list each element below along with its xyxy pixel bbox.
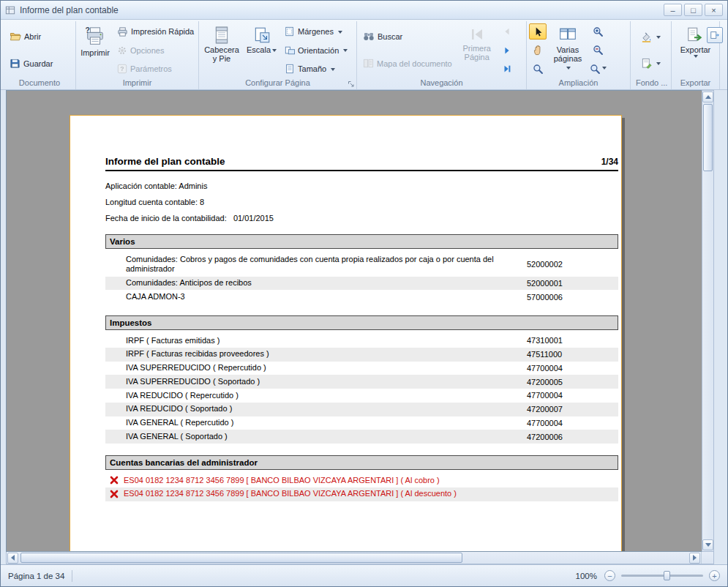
document-map-button[interactable]: Mapa del documento [359, 56, 456, 72]
scroll-up-button[interactable] [702, 91, 713, 102]
open-label: Abrir [24, 32, 41, 41]
plus-icon: + [712, 572, 716, 580]
zoom-out-icon [593, 45, 604, 56]
scroll-left-button[interactable] [7, 553, 18, 564]
multiple-pages-icon [558, 26, 577, 45]
triangle-up-icon [705, 92, 711, 99]
account-label: IVA REDUCIDO ( Soportado ) [105, 404, 527, 414]
chevron-down-icon [602, 67, 607, 72]
window-title: Informe del plan contable [20, 5, 664, 15]
zoom-slider-thumb[interactable] [664, 571, 670, 580]
window-controls: – □ × [664, 4, 723, 16]
size-button[interactable]: Tamaño [281, 61, 351, 77]
page-setup-dialog-launcher-icon[interactable] [348, 81, 355, 88]
triangle-right-icon [693, 555, 699, 561]
hand-tool-button[interactable] [529, 42, 547, 59]
previous-page-button[interactable] [498, 23, 516, 40]
scrollbar-corner [701, 552, 713, 564]
margins-icon [285, 26, 295, 37]
ribbon-scroll-button[interactable] [707, 27, 723, 43]
horizontal-scroll-thumb[interactable] [20, 553, 462, 563]
parameters-button[interactable]: ? Parámetros [113, 61, 198, 77]
account-code: 47310001 [527, 336, 567, 345]
zoom-in-icon [593, 26, 604, 37]
account-code: 47700004 [527, 391, 567, 400]
report-page-number: 1/34 [601, 157, 618, 167]
zoom-slider[interactable] [621, 575, 703, 577]
multiple-pages-label: Varias páginas [554, 45, 582, 63]
zoom-out-button[interactable] [589, 42, 607, 59]
account-label: IVA SUPERREDUCIDO ( Soportado ) [105, 377, 527, 387]
status-bar: Página 1 de 34 100% − + [1, 564, 727, 586]
previous-page-icon [502, 26, 512, 37]
vertical-scroll-thumb[interactable] [703, 104, 713, 171]
scale-button[interactable]: Escala [244, 23, 279, 78]
report-sections: VariosComunidades: Cobros y pagos de com… [105, 234, 618, 501]
save-button[interactable]: Guardar [6, 56, 73, 72]
report-page: Informe del plan contable 1/34 Aplicació… [70, 115, 622, 552]
multiple-pages-button[interactable]: Varias páginas [548, 23, 588, 78]
magnifier-tool-button[interactable] [529, 61, 547, 77]
report-section: VariosComunidades: Cobros y pagos de com… [105, 234, 618, 304]
account-row: IVA GENERAL ( Repercutido )47700004 [105, 416, 618, 430]
zoom-level-button[interactable] [589, 61, 607, 77]
size-label: Tamaño [298, 64, 326, 73]
vertical-scrollbar[interactable] [702, 90, 714, 552]
group-label-exportar: Exportar [674, 78, 717, 89]
account-label: ES04 0182 1234 8712 3456 7899 [ BANCO BI… [124, 476, 618, 486]
options-button[interactable]: Opciones [113, 42, 198, 59]
account-label: IRPF ( Facturas recibidas proveedores ) [105, 349, 527, 359]
print-button[interactable]: ? Imprimir [78, 23, 112, 78]
search-button[interactable]: Buscar [359, 29, 456, 45]
watermark-button[interactable] [637, 56, 664, 72]
scroll-down-button[interactable] [702, 539, 713, 550]
open-button[interactable]: Abrir [6, 29, 73, 45]
vertical-scroll-track[interactable] [702, 103, 713, 539]
triangle-down-icon [705, 543, 711, 550]
account-row: CAJA ADMON-357000006 [105, 290, 618, 304]
report-section: Cuentas bancarias del administradorES04 … [105, 455, 618, 501]
orientation-button[interactable]: Orientación [281, 42, 351, 59]
ribbon-group-imprimir: ? Imprimir Impresión Rápida Opciones ? P… [76, 21, 199, 89]
account-row: IRPF ( Facturas emitidas )47310001 [105, 334, 618, 348]
print-preview-window: Informe del plan contable – □ × Abrir Gu… [0, 0, 728, 587]
document-viewport[interactable]: Informe del plan contable 1/34 Aplicació… [6, 90, 702, 552]
ribbon-group-navegacion: Buscar Mapa del documento Primera Página [357, 21, 527, 89]
account-code: 47200005 [527, 378, 567, 386]
first-page-icon [468, 26, 486, 43]
zoom-list-icon [590, 64, 601, 75]
first-page-button[interactable]: Primera Página [457, 23, 497, 78]
chevron-down-icon [338, 31, 342, 36]
minimize-button[interactable]: – [664, 4, 682, 16]
ribbon-toolbar: Abrir Guardar Documento ? Imprimir [1, 20, 727, 90]
pointer-tool-button[interactable] [529, 23, 547, 40]
maximize-button[interactable]: □ [684, 4, 702, 16]
zoom-in-button[interactable] [589, 23, 607, 40]
ribbon-filler [720, 21, 726, 89]
header-footer-button[interactable]: Cabecera y Pie [201, 23, 242, 78]
header-footer-label: Cabecera y Pie [204, 45, 239, 63]
scroll-right-button[interactable] [689, 553, 700, 564]
zoom-percentage: 100% [576, 572, 597, 580]
quick-print-label: Impresión Rápida [131, 27, 194, 36]
last-page-button[interactable] [498, 61, 516, 77]
next-page-icon [502, 45, 512, 56]
next-page-button[interactable] [498, 42, 516, 59]
document-map-icon [363, 58, 374, 69]
minimize-icon: – [670, 6, 675, 15]
zoom-in-slider-button[interactable]: + [709, 570, 720, 581]
report-info-line: Aplicación contable: Adminis [105, 182, 618, 190]
horizontal-scrollbar[interactable] [7, 552, 701, 564]
fill-color-button[interactable] [637, 29, 664, 45]
close-button[interactable]: × [705, 4, 723, 16]
group-label-documento: Documento [6, 78, 73, 89]
horizontal-scroll-track[interactable] [19, 552, 688, 564]
fill-color-icon [641, 31, 652, 42]
save-icon [10, 58, 20, 69]
margins-button[interactable]: Márgenes [281, 23, 351, 40]
chevron-down-icon [694, 55, 698, 60]
horizontal-scrollbar-row [6, 552, 714, 564]
zoom-out-slider-button[interactable]: − [604, 570, 615, 581]
quick-print-button[interactable]: Impresión Rápida [113, 23, 198, 40]
margins-label: Márgenes [298, 27, 334, 36]
